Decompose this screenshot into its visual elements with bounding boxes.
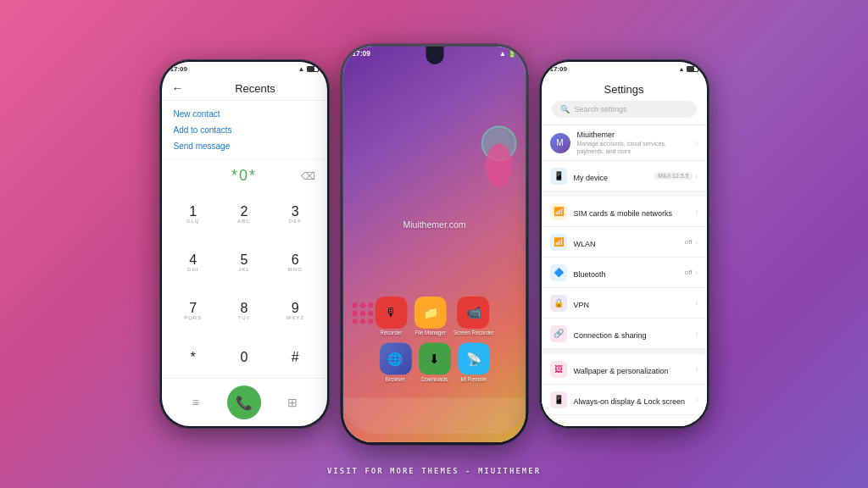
search-icon: 🔍	[560, 105, 570, 114]
bluetooth-label: Bluetooth	[574, 270, 606, 279]
my-device-text: My device	[574, 169, 655, 184]
left-phone: 17:09 ▲ ← Recents New contact Add to con…	[159, 59, 330, 429]
dialer-number: *0*	[231, 167, 257, 185]
app-screen-recorder[interactable]: 📹 Screen Recorder	[453, 296, 493, 335]
wallpaper-icon: 🖼	[550, 361, 567, 378]
chevron-wallpaper: ›	[696, 365, 698, 374]
status-bar-left: 17:09 ▲	[162, 62, 327, 76]
my-device-label: My device	[574, 174, 609, 182]
search-placeholder: Search settings	[575, 105, 627, 114]
account-subtitle: Manage accounts, cloud services, payment…	[577, 140, 693, 155]
key-6[interactable]: 6MNO	[270, 240, 320, 286]
chevron-connection: ›	[696, 330, 698, 338]
status-bar-right: 17:09 ▲	[542, 62, 707, 76]
home-decorations	[463, 125, 516, 197]
chevron-bluetooth: ›	[696, 269, 698, 277]
key-3[interactable]: 3DEF	[270, 191, 320, 238]
middle-phone: 17:09 ▲ 🔋 Miuithemer.com	[340, 43, 528, 445]
key-5[interactable]: 5JKL	[220, 240, 269, 286]
settings-search-bar[interactable]: 🔍 Search settings	[552, 101, 697, 118]
status-icons-left: ▲	[298, 65, 319, 73]
vpn-label: VPN	[574, 301, 590, 309]
key-hash[interactable]: #	[270, 336, 320, 378]
recents-header: ← Recents	[162, 76, 327, 101]
settings-bluetooth[interactable]: 🔷 Bluetooth off ›	[542, 258, 707, 288]
wlan-label: WLAN	[574, 240, 596, 248]
app-browser[interactable]: 🌐 Browser	[379, 342, 411, 381]
key-7[interactable]: 7PQRS	[169, 288, 218, 335]
key-0[interactable]: 0	[220, 336, 269, 378]
account-name: Miuithemer	[577, 130, 693, 139]
settings-vpn[interactable]: 🔒 VPN ›	[542, 288, 707, 319]
settings-title: Settings	[552, 80, 697, 101]
key-1[interactable]: 1GLQ	[169, 191, 218, 238]
wlan-value: off	[685, 238, 693, 246]
notch	[426, 46, 443, 64]
keypad: 1GLQ 2ABC 3DEF 4GHI 5JKL 6MNO 7PQRS 8TUV…	[162, 191, 327, 378]
my-device-icon: 📱	[550, 168, 567, 185]
always-on-label: Always-on display & Lock screen	[574, 397, 686, 406]
app-downloads[interactable]: ⬇ Downloads	[418, 342, 450, 381]
contact-options: New contact Add to contacts Send message	[162, 101, 327, 160]
recents-title: Recents	[194, 82, 317, 95]
time-middle: 17:09	[352, 50, 370, 58]
key-4[interactable]: 4GHI	[169, 240, 218, 286]
key-8[interactable]: 8TUV	[220, 288, 269, 335]
dialer-bottom: ≡ 📞 ⊞	[162, 378, 327, 426]
visit-overlay: VISIT FOR MORE THEMES - MIUITHEMER	[327, 467, 541, 475]
key-2[interactable]: 2ABC	[220, 191, 269, 238]
key-9[interactable]: 9WXYZ	[270, 288, 320, 335]
chevron-device: ›	[696, 172, 698, 180]
account-avatar: M	[550, 133, 570, 153]
chevron-sim: ›	[696, 208, 698, 216]
add-contacts-option[interactable]: Add to contacts	[174, 122, 315, 138]
app-row-1: 🎙 Recorder 📁 File Manager 📹 Screen Recor…	[352, 296, 516, 335]
wlan-icon: 📶	[550, 234, 567, 251]
battery-icon-right	[687, 66, 698, 72]
sim-label: SIM cards & mobile networks	[574, 209, 673, 218]
deco-circle-2	[485, 143, 512, 188]
sim-icon: 📶	[550, 203, 567, 220]
time-left: 17:09	[170, 65, 187, 73]
home-dock	[342, 397, 525, 433]
back-button[interactable]: ←	[172, 81, 184, 95]
wallpaper-label: Wallpaper & personalization	[574, 367, 669, 375]
display-icon: ☀	[550, 422, 567, 426]
contacts-button[interactable]: ⊞	[280, 390, 305, 415]
connection-icon: 🔗	[550, 325, 567, 342]
settings-header: Settings 🔍 Search settings	[542, 76, 707, 125]
chevron-vpn: ›	[696, 299, 698, 308]
right-phone: 17:09 ▲ Settings 🔍 Search settings M	[539, 59, 709, 429]
send-message-option[interactable]: Send message	[174, 138, 315, 154]
account-text: Miuithemer Manage accounts, cloud servic…	[577, 130, 693, 155]
vpn-icon: 🔒	[550, 295, 567, 312]
key-star[interactable]: *	[169, 336, 218, 378]
settings-list: M Miuithemer Manage accounts, cloud serv…	[542, 125, 707, 426]
app-file-manager[interactable]: 📁 File Manager	[414, 296, 446, 335]
home-screen: 17:09 ▲ 🔋 Miuithemer.com	[342, 46, 525, 441]
app-recorder[interactable]: 🎙 Recorder	[375, 296, 407, 335]
connection-label: Connection & sharing	[574, 331, 647, 340]
new-contact-option[interactable]: New contact	[174, 106, 315, 122]
settings-display[interactable]: ☀ Display ›	[542, 415, 707, 426]
dialer-input: *0* ⌫	[162, 160, 327, 191]
settings-account[interactable]: M Miuithemer Manage accounts, cloud serv…	[542, 125, 707, 161]
backspace-icon[interactable]: ⌫	[301, 170, 315, 182]
settings-wallpaper[interactable]: 🖼 Wallpaper & personalization ›	[542, 354, 707, 385]
app-mi-remote[interactable]: 📡 Mi Remote	[457, 342, 489, 381]
settings-always-on[interactable]: 📱 Always-on display & Lock screen ›	[542, 385, 707, 415]
settings-sim[interactable]: 📶 SIM cards & mobile networks ›	[542, 197, 707, 227]
chevron-account: ›	[696, 139, 698, 147]
settings-my-device[interactable]: 📱 My device MIUI 12.5.5 ›	[542, 161, 707, 191]
settings-connection[interactable]: 🔗 Connection & sharing ›	[542, 319, 707, 349]
status-icons-middle: ▲ 🔋	[498, 50, 516, 58]
bluetooth-icon: 🔷	[550, 264, 567, 281]
watermark: Miuithemer.com	[403, 219, 465, 230]
settings-container: 17:09 ▲ Settings 🔍 Search settings M	[542, 62, 707, 426]
battery-icon-left	[307, 66, 319, 72]
miui-badge: MIUI 12.5.5	[654, 172, 692, 180]
menu-button[interactable]: ≡	[183, 390, 209, 415]
always-on-icon: 📱	[550, 391, 567, 408]
call-button[interactable]: 📞	[227, 385, 261, 419]
settings-wlan[interactable]: 📶 WLAN off ›	[542, 227, 707, 258]
